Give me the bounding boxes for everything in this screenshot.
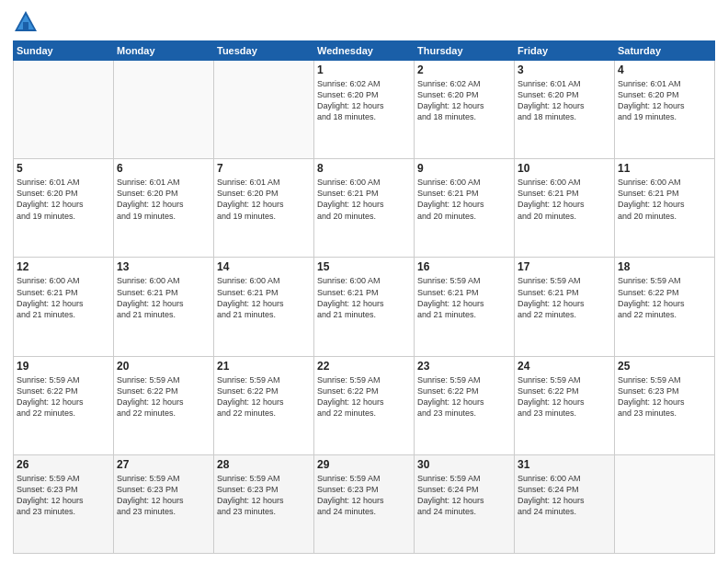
day-info: Sunrise: 6:01 AM Sunset: 6:20 PM Dayligh…	[217, 177, 311, 222]
day-info: Sunrise: 6:00 AM Sunset: 6:21 PM Dayligh…	[117, 275, 210, 320]
day-info: Sunrise: 5:59 AM Sunset: 6:24 PM Dayligh…	[417, 473, 511, 518]
day-info: Sunrise: 5:59 AM Sunset: 6:23 PM Dayligh…	[618, 374, 711, 419]
day-number: 27	[117, 458, 210, 471]
calendar-cell: 12Sunrise: 6:00 AM Sunset: 6:21 PM Dayli…	[14, 258, 114, 356]
day-info: Sunrise: 5:59 AM Sunset: 6:22 PM Dayligh…	[618, 275, 711, 320]
calendar-cell: 16Sunrise: 5:59 AM Sunset: 6:21 PM Dayli…	[415, 258, 515, 356]
day-number: 26	[17, 458, 110, 471]
weekday-header: Thursday	[415, 41, 515, 61]
day-number: 12	[17, 260, 110, 273]
weekday-header: Wednesday	[314, 41, 415, 61]
calendar-cell: 26Sunrise: 5:59 AM Sunset: 6:23 PM Dayli…	[14, 454, 114, 553]
calendar-cell: 9Sunrise: 6:00 AM Sunset: 6:21 PM Daylig…	[415, 159, 515, 258]
day-number: 9	[417, 162, 511, 175]
header	[13, 9, 715, 35]
day-number: 24	[518, 360, 611, 373]
page: SundayMondayTuesdayWednesdayThursdayFrid…	[0, 0, 728, 563]
calendar-cell: 11Sunrise: 6:00 AM Sunset: 6:21 PM Dayli…	[615, 159, 715, 258]
day-number: 10	[518, 162, 611, 175]
calendar-week-row: 19Sunrise: 5:59 AM Sunset: 6:22 PM Dayli…	[14, 356, 715, 454]
calendar-week-row: 26Sunrise: 5:59 AM Sunset: 6:23 PM Dayli…	[14, 454, 715, 553]
day-number: 29	[317, 458, 411, 471]
calendar-cell: 4Sunrise: 6:01 AM Sunset: 6:20 PM Daylig…	[615, 61, 715, 159]
calendar-table: SundayMondayTuesdayWednesdayThursdayFrid…	[13, 40, 715, 554]
logo-icon	[13, 9, 39, 35]
logo	[13, 9, 42, 35]
calendar-cell: 19Sunrise: 5:59 AM Sunset: 6:22 PM Dayli…	[14, 356, 114, 454]
day-info: Sunrise: 5:59 AM Sunset: 6:22 PM Dayligh…	[17, 374, 110, 419]
day-info: Sunrise: 5:59 AM Sunset: 6:22 PM Dayligh…	[317, 374, 411, 419]
day-info: Sunrise: 6:02 AM Sunset: 6:20 PM Dayligh…	[317, 78, 411, 123]
calendar-cell: 15Sunrise: 6:00 AM Sunset: 6:21 PM Dayli…	[314, 258, 415, 356]
calendar-week-row: 12Sunrise: 6:00 AM Sunset: 6:21 PM Dayli…	[14, 258, 715, 356]
day-info: Sunrise: 6:00 AM Sunset: 6:21 PM Dayligh…	[317, 177, 411, 222]
calendar-cell: 31Sunrise: 6:00 AM Sunset: 6:24 PM Dayli…	[515, 454, 615, 553]
day-info: Sunrise: 6:00 AM Sunset: 6:21 PM Dayligh…	[417, 177, 511, 222]
day-number: 2	[417, 63, 511, 76]
day-number: 31	[518, 458, 611, 471]
day-info: Sunrise: 5:59 AM Sunset: 6:23 PM Dayligh…	[117, 473, 210, 518]
calendar-cell: 21Sunrise: 5:59 AM Sunset: 6:22 PM Dayli…	[214, 356, 314, 454]
calendar-cell: 24Sunrise: 5:59 AM Sunset: 6:22 PM Dayli…	[515, 356, 615, 454]
day-number: 1	[317, 63, 411, 76]
day-number: 20	[117, 360, 210, 373]
calendar-cell: 22Sunrise: 5:59 AM Sunset: 6:22 PM Dayli…	[314, 356, 415, 454]
calendar-cell: 23Sunrise: 5:59 AM Sunset: 6:22 PM Dayli…	[415, 356, 515, 454]
day-info: Sunrise: 6:00 AM Sunset: 6:24 PM Dayligh…	[518, 473, 611, 518]
day-info: Sunrise: 5:59 AM Sunset: 6:22 PM Dayligh…	[518, 374, 611, 419]
calendar-cell: 3Sunrise: 6:01 AM Sunset: 6:20 PM Daylig…	[515, 61, 615, 159]
calendar-cell: 7Sunrise: 6:01 AM Sunset: 6:20 PM Daylig…	[214, 159, 314, 258]
calendar-cell	[14, 61, 114, 159]
weekday-header: Saturday	[615, 41, 715, 61]
day-number: 15	[317, 260, 411, 273]
day-number: 25	[618, 360, 711, 373]
day-info: Sunrise: 5:59 AM Sunset: 6:23 PM Dayligh…	[17, 473, 110, 518]
weekday-header: Monday	[114, 41, 214, 61]
calendar-cell: 29Sunrise: 5:59 AM Sunset: 6:23 PM Dayli…	[314, 454, 415, 553]
day-number: 30	[417, 458, 511, 471]
weekday-header: Sunday	[14, 41, 114, 61]
calendar-cell: 13Sunrise: 6:00 AM Sunset: 6:21 PM Dayli…	[114, 258, 214, 356]
calendar-cell: 20Sunrise: 5:59 AM Sunset: 6:22 PM Dayli…	[114, 356, 214, 454]
day-info: Sunrise: 5:59 AM Sunset: 6:22 PM Dayligh…	[417, 374, 511, 419]
weekday-header: Friday	[515, 41, 615, 61]
day-info: Sunrise: 6:00 AM Sunset: 6:21 PM Dayligh…	[518, 177, 611, 222]
weekday-header: Tuesday	[214, 41, 314, 61]
day-info: Sunrise: 6:01 AM Sunset: 6:20 PM Dayligh…	[117, 177, 210, 222]
calendar-cell: 2Sunrise: 6:02 AM Sunset: 6:20 PM Daylig…	[415, 61, 515, 159]
day-number: 16	[417, 260, 511, 273]
calendar-cell	[214, 61, 314, 159]
calendar-cell: 17Sunrise: 5:59 AM Sunset: 6:21 PM Dayli…	[515, 258, 615, 356]
day-info: Sunrise: 6:01 AM Sunset: 6:20 PM Dayligh…	[17, 177, 110, 222]
day-number: 6	[117, 162, 210, 175]
calendar-cell	[114, 61, 214, 159]
calendar-cell: 27Sunrise: 5:59 AM Sunset: 6:23 PM Dayli…	[114, 454, 214, 553]
day-number: 17	[518, 260, 611, 273]
day-number: 21	[217, 360, 311, 373]
day-info: Sunrise: 6:01 AM Sunset: 6:20 PM Dayligh…	[618, 78, 711, 123]
day-info: Sunrise: 5:59 AM Sunset: 6:22 PM Dayligh…	[217, 374, 311, 419]
day-number: 5	[17, 162, 110, 175]
day-info: Sunrise: 6:00 AM Sunset: 6:21 PM Dayligh…	[618, 177, 711, 222]
calendar-cell: 8Sunrise: 6:00 AM Sunset: 6:21 PM Daylig…	[314, 159, 415, 258]
day-number: 28	[217, 458, 311, 471]
calendar-cell: 28Sunrise: 5:59 AM Sunset: 6:23 PM Dayli…	[214, 454, 314, 553]
day-number: 11	[618, 162, 711, 175]
day-info: Sunrise: 6:00 AM Sunset: 6:21 PM Dayligh…	[317, 275, 411, 320]
day-number: 13	[117, 260, 210, 273]
day-number: 18	[618, 260, 711, 273]
day-number: 4	[618, 63, 711, 76]
day-number: 14	[217, 260, 311, 273]
day-info: Sunrise: 5:59 AM Sunset: 6:23 PM Dayligh…	[317, 473, 411, 518]
calendar-week-row: 5Sunrise: 6:01 AM Sunset: 6:20 PM Daylig…	[14, 159, 715, 258]
calendar-cell: 1Sunrise: 6:02 AM Sunset: 6:20 PM Daylig…	[314, 61, 415, 159]
day-info: Sunrise: 5:59 AM Sunset: 6:23 PM Dayligh…	[217, 473, 311, 518]
day-number: 3	[518, 63, 611, 76]
day-number: 8	[317, 162, 411, 175]
calendar-week-row: 1Sunrise: 6:02 AM Sunset: 6:20 PM Daylig…	[14, 61, 715, 159]
calendar-cell: 6Sunrise: 6:01 AM Sunset: 6:20 PM Daylig…	[114, 159, 214, 258]
day-number: 22	[317, 360, 411, 373]
day-number: 23	[417, 360, 511, 373]
calendar-cell: 10Sunrise: 6:00 AM Sunset: 6:21 PM Dayli…	[515, 159, 615, 258]
day-number: 7	[217, 162, 311, 175]
